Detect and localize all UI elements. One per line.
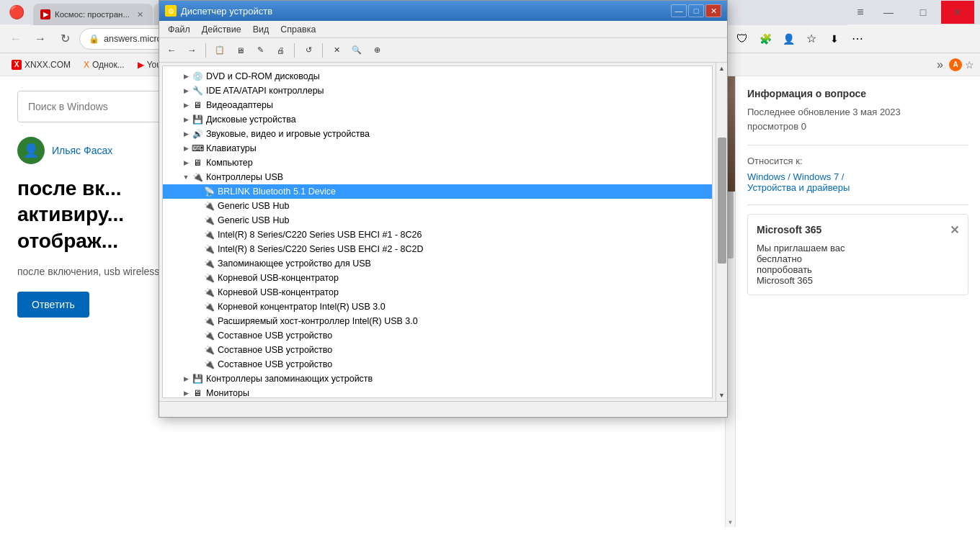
tree-composite-2[interactable]: 🔌 Составное USB устройство [163,343,712,357]
icon-kbd: ⌨ [192,143,203,154]
tree-intel-usb3-host[interactable]: 🔌 Расширяемый хост-контроллер Intel(R) U… [163,314,712,328]
bookmark-label-odnok: Однок... [92,60,125,70]
browser-icon: 🔴 [6,2,27,22]
devmgr-tree[interactable]: ▶ 💿 DVD и CD-ROM дисководы ▶ 🔧 IDE ATA/A… [162,66,713,398]
devmgr-scrollbar[interactable]: ▲ ▼ [716,63,727,401]
right-ext-icons: A ☆ [949,58,974,71]
tab-1[interactable]: ▶ Космос: простран... ✕ [33,4,153,25]
m365-body: Мы приглашаем вас бесплатно попробовать … [757,243,959,286]
expand-ide[interactable]: ▶ [180,87,192,94]
sidebar-link-devices[interactable]: Устройства и драйверы [747,182,850,193]
devmgr-scroll-thumb[interactable] [718,138,726,264]
expand-storage[interactable]: ▶ [180,375,192,382]
devmgr-scroll-up[interactable]: ▲ [716,63,728,74]
expand-usb[interactable]: ▼ [180,174,192,181]
sidebar-applies-label: Относится к: [747,154,968,168]
icon-video: 🖥 [192,99,203,111]
right-sidebar: Информация о вопросе Последнее обновлени… [735,76,980,527]
tree-storage[interactable]: ▶ 💾 Контроллеры запоминающих устройств [163,372,712,386]
tree-usb-controllers[interactable]: ▼ 🔌 Контроллеры USB [163,170,712,184]
m365-close-btn[interactable]: ✕ [950,223,959,237]
expand-computer[interactable]: ▶ [180,159,192,166]
devmgr-forward-btn[interactable]: → [182,41,201,60]
tree-dvd[interactable]: ▶ 💿 DVD и CD-ROM дисководы [163,69,712,84]
sidebar-link-windows[interactable]: Windows / Windows 7 / [747,171,844,182]
tree-intel-usb3-root[interactable]: 🔌 Корневой концентратор Intel(R) USB 3.0 [163,300,712,314]
devmgr-tool-btn-6[interactable]: 🖨 [271,41,290,60]
expand-dvd[interactable]: ▶ [180,73,192,80]
icon-intel3root: 🔌 [203,301,215,313]
tree-composite-3[interactable]: 🔌 Составное USB устройство [163,357,712,372]
label-hub2: Generic USB Hub [218,215,289,225]
tree-sound[interactable]: ▶ 🔊 Звуковые, видео и игровые устройства [163,127,712,141]
avatar: 👤 [17,137,45,164]
devmgr-scroll-down[interactable]: ▼ [716,390,728,401]
tree-brlink[interactable]: 📡 BRLINK Bluetooth 5.1 Device [163,184,712,199]
tree-intel-ehci1[interactable]: 🔌 Intel(R) 8 Series/C220 Series USB EHCI… [163,228,712,242]
expand-video[interactable]: ▶ [180,102,192,109]
user-name[interactable]: Ильяс Фасаx [52,145,112,156]
tree-intel-ehci2[interactable]: 🔌 Intel(R) 8 Series/C220 Series USB EHCI… [163,242,712,256]
label-comp3: Составное USB устройство [218,359,332,369]
devmgr-menu-file[interactable]: Файл [162,23,196,36]
devmgr-tool-btn-3[interactable]: 📋 [210,41,229,60]
label-root1: Корневой USB-концентратор [218,273,339,283]
hamburger-btn[interactable]: ≡ [850,4,870,21]
right-bookmark-add[interactable]: ☆ [965,59,974,71]
devmgr-minimize-btn[interactable]: — [671,4,687,17]
maximize-btn[interactable]: □ [906,1,940,24]
devmgr-menu-view[interactable]: Вид [247,23,275,36]
devmgr-back-btn[interactable]: ← [162,41,181,60]
tree-root-hub-1[interactable]: 🔌 Корневой USB-концентратор [163,271,712,285]
icon-computer: 🖥 [192,157,203,168]
devmgr-tool-btn-5[interactable]: ✎ [251,41,270,60]
tree-video[interactable]: ▶ 🖥 Видеоадаптеры [163,98,712,112]
devmgr-tool-btn-4[interactable]: 🖥 [231,41,249,60]
settings-btn[interactable]: ⋯ [847,29,868,49]
tab-close-1[interactable]: ✕ [134,9,146,20]
expand-kbd[interactable]: ▶ [180,145,192,152]
tree-root-hub-2[interactable]: 🔌 Корневой USB-концентратор [163,285,712,300]
downloads-btn[interactable]: ⬇ [824,29,845,49]
bookmarks-more[interactable]: » [932,57,948,73]
reply-button[interactable]: Ответить [17,292,89,318]
tree-monitors[interactable]: ▶ 🖥 Мониторы [163,386,712,398]
label-monitors: Мониторы [206,388,249,398]
close-btn[interactable]: ✕ [941,1,974,24]
devmgr-remove-btn[interactable]: ✕ [327,41,346,60]
minimize-btn[interactable]: — [872,1,905,24]
devmgr-menu-help[interactable]: Справка [275,23,321,36]
devmgr-titlebar: ⚙ Диспетчер устройств — □ ✕ [159,1,727,21]
scroll-down-arrow[interactable]: ▼ [726,517,735,527]
devmgr-scan-btn[interactable]: 🔍 [347,41,366,60]
bookmark-odnok[interactable]: X Однок... [78,58,130,71]
devmgr-statusbar [159,401,727,417]
devmgr-close-btn[interactable]: ✕ [705,4,721,17]
refresh-btn[interactable]: ↻ [55,29,75,49]
tree-computer[interactable]: ▶ 🖥 Компьютер [163,156,712,170]
devmgr-refresh-btn[interactable]: ↺ [299,41,318,60]
back-btn[interactable]: ← [6,29,26,49]
devmgr-menu-action[interactable]: Действие [196,23,247,36]
label-ehci1: Intel(R) 8 Series/C220 Series USB EHCI #… [218,230,422,240]
favorites-btn[interactable]: ☆ [801,29,821,49]
devmgr-maximize-btn[interactable]: □ [688,4,704,17]
devmgr-scroll-track[interactable] [716,74,728,390]
tree-ide[interactable]: ▶ 🔧 IDE ATA/ATAPI контроллеры [163,84,712,98]
expand-monitors[interactable]: ▶ [180,390,192,397]
bookmark-xnxx[interactable]: X XNXX.COM [6,58,76,71]
devmgr-add-btn[interactable]: ⊕ [368,41,386,60]
tree-disk[interactable]: ▶ 💾 Дисковые устройства [163,112,712,127]
forward-btn[interactable]: → [30,29,50,49]
tree-composite-1[interactable]: 🔌 Составное USB устройство [163,328,712,343]
tree-usb-mass[interactable]: 🔌 Запоминающее устройство для USB [163,256,712,271]
expand-disk[interactable]: ▶ [180,116,192,123]
tree-usb-hub-2[interactable]: 🔌 Generic USB Hub [163,213,712,228]
tree-usb-hub-1[interactable]: 🔌 Generic USB Hub [163,199,712,213]
extensions-btn[interactable]: 🧩 [755,29,775,49]
account-btn[interactable]: 👤 [778,29,798,49]
icon-monitors: 🖥 [192,387,203,398]
tree-kbd[interactable]: ▶ ⌨ Клавиатуры [163,141,712,156]
expand-sound[interactable]: ▶ [180,130,192,138]
sidebar-applies-section: Относится к: Windows / Windows 7 / Устро… [747,154,968,193]
